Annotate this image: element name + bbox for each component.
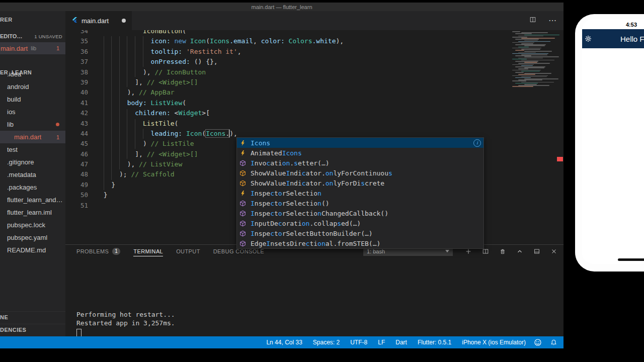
code-line[interactable]: 39 ], // <Widget>[] bbox=[65, 77, 564, 87]
suggestion-text: nspe bbox=[255, 210, 270, 217]
code-token: Widget bbox=[178, 109, 202, 117]
code-line[interactable]: 42 children: <Widget>[ bbox=[65, 108, 564, 118]
suggestion-text: Icons bbox=[251, 139, 270, 147]
settings-gear-icon[interactable] bbox=[585, 35, 592, 42]
maximize-panel-chevron-up-icon[interactable] bbox=[516, 248, 523, 255]
suggestion-label: InputDecoration.collapsed(…) bbox=[251, 220, 361, 227]
suggestion-label: EdgeInsetsDirectional.fromSTEB(…) bbox=[251, 240, 380, 247]
suggestion-item[interactable]: InspectorSelectButtonBuilder(…) bbox=[237, 228, 484, 238]
split-editor-icon[interactable] bbox=[529, 16, 536, 25]
code-token: body: bbox=[127, 99, 147, 107]
more-actions-icon[interactable]: ⋯ bbox=[548, 17, 556, 25]
open-editor-filename: main.dart bbox=[1, 45, 28, 52]
tree-item[interactable]: .packages bbox=[0, 181, 65, 194]
code-line[interactable]: 34 IconButton( bbox=[65, 30, 564, 36]
modified-dot-icon bbox=[56, 123, 59, 126]
info-icon[interactable]: i bbox=[473, 139, 481, 147]
tab-main-dart[interactable]: main.dart bbox=[65, 11, 132, 30]
status-item[interactable]: Dart bbox=[395, 339, 407, 346]
tree-item[interactable]: README.md bbox=[0, 244, 65, 256]
panel-tab-terminal[interactable]: TERMINAL bbox=[133, 248, 163, 256]
suggestion-text: o bbox=[278, 230, 282, 237]
tree-item[interactable]: android bbox=[0, 80, 65, 93]
close-panel-icon[interactable] bbox=[550, 248, 557, 255]
suggestion-item[interactable]: Iconsi bbox=[237, 138, 484, 148]
kill-terminal-trash-icon[interactable] bbox=[499, 248, 506, 255]
minimap-line bbox=[524, 45, 545, 46]
minimap-line bbox=[518, 63, 550, 64]
home-indicator[interactable] bbox=[618, 258, 644, 261]
tree-item[interactable]: .idea bbox=[0, 68, 65, 80]
terminal-output[interactable]: Performing hot restart...Restarted app i… bbox=[76, 310, 175, 337]
status-item[interactable]: LF bbox=[378, 339, 385, 346]
suggestion-item[interactable]: Invocation.setter(…) bbox=[237, 158, 484, 168]
bottom-panel: PROBLEMS1TERMINALOUTPUTDEBUG CONSOLE 1: … bbox=[65, 244, 564, 336]
code-text: tooltip: 'Restitch it', bbox=[96, 47, 242, 57]
code-token: // AppBar bbox=[139, 88, 174, 96]
suggestion-text: Animated bbox=[251, 149, 282, 157]
tree-item[interactable]: pubspec.yaml bbox=[0, 231, 65, 244]
code-token: .white bbox=[312, 37, 336, 45]
restore-panel-icon[interactable] bbox=[533, 248, 540, 255]
suggestion-text: Icons bbox=[282, 149, 302, 157]
minimap[interactable] bbox=[512, 31, 555, 87]
suggestion-item[interactable]: AnimatedIcons bbox=[237, 148, 484, 158]
suggestion-text: c bbox=[270, 230, 274, 237]
suggestion-label: Icons bbox=[251, 139, 270, 147]
outline-section-header[interactable]: NE bbox=[0, 311, 65, 323]
tree-item[interactable]: lib bbox=[0, 118, 65, 131]
suggestion-item[interactable]: ShowValueIndicator.onlyForDiscrete bbox=[237, 178, 484, 188]
status-item[interactable]: iPhone X (ios Emulator) bbox=[462, 339, 526, 346]
status-item[interactable]: Spaces: 2 bbox=[313, 339, 340, 346]
code-line[interactable]: 37 onPressed: () {}, bbox=[65, 57, 564, 67]
suggestion-item[interactable]: ShowValueIndicator.onlyForContinuous bbox=[237, 168, 484, 178]
code-text: ) // ListTile bbox=[96, 139, 194, 149]
open-editors-header[interactable]: EDITO… 1 UNSAVED bbox=[0, 33, 62, 39]
suggestion-item[interactable]: EdgeInsetsDirectional.fromSTEB(…) bbox=[237, 238, 484, 248]
tree-item[interactable]: main.dart1 bbox=[0, 131, 65, 143]
tree-item[interactable]: .metadata bbox=[0, 168, 65, 181]
notifications-bell-icon[interactable] bbox=[550, 339, 557, 346]
code-line[interactable]: 35 icon: new Icon(Icons.email, color: Co… bbox=[65, 36, 564, 46]
suggestion-item[interactable]: InputDecoration.collapsed(…) bbox=[237, 218, 484, 228]
overview-error-marker bbox=[557, 157, 563, 161]
code-line[interactable]: 43 ListTile( bbox=[65, 119, 564, 129]
suggestion-item[interactable]: InspectorSelectionChangedCallback() bbox=[237, 208, 484, 218]
unsaved-dot-icon[interactable] bbox=[122, 19, 126, 23]
code-line[interactable]: 40 ), // AppBar bbox=[65, 87, 564, 98]
minimap-line bbox=[515, 39, 539, 40]
open-editor-item[interactable]: main.dartlib1 bbox=[0, 42, 65, 54]
minimap-line bbox=[524, 56, 559, 57]
tree-item-label: android bbox=[7, 83, 65, 90]
code-line[interactable]: 38 ), // IconButton bbox=[65, 67, 564, 77]
tree-item[interactable]: ios bbox=[0, 106, 65, 118]
panel-tab-problems[interactable]: PROBLEMS1 bbox=[76, 248, 120, 255]
suggestion-label: Invocation.setter(…) bbox=[251, 159, 330, 167]
status-item[interactable]: Flutter: 0.5.1 bbox=[418, 339, 451, 346]
code-token: Icons bbox=[210, 37, 229, 45]
tree-item[interactable]: flutter_learn.iml bbox=[0, 206, 65, 219]
tree-item[interactable]: pubspec.lock bbox=[0, 219, 65, 231]
window-title-bar[interactable]: main.dart — flutter_learn bbox=[0, 3, 564, 11]
suggestion-item[interactable]: InspectorSelection bbox=[237, 188, 484, 198]
dependencies-section-header[interactable]: DENCIES bbox=[0, 324, 65, 335]
status-item[interactable]: UTF-8 bbox=[350, 339, 367, 346]
panel-tab-output[interactable]: OUTPUT bbox=[176, 248, 200, 254]
status-item[interactable]: Ln 44, Col 33 bbox=[266, 339, 302, 346]
panel-tab-debug-console[interactable]: DEBUG CONSOLE bbox=[213, 248, 264, 254]
suggestion-item[interactable]: InspectorSelection() bbox=[237, 198, 484, 208]
tree-item[interactable]: test bbox=[0, 143, 65, 156]
tree-item[interactable]: flutter_learn_and… bbox=[0, 194, 65, 206]
suggestion-text: crete bbox=[365, 179, 384, 187]
code-token: , bbox=[237, 48, 242, 55]
suggestion-text: n bbox=[317, 190, 321, 197]
code-line[interactable]: 36 tooltip: 'Restitch it', bbox=[65, 47, 564, 57]
suggestion-text: . bbox=[290, 159, 294, 167]
minimap-line bbox=[521, 82, 554, 83]
tree-item[interactable]: build bbox=[0, 93, 65, 106]
feedback-smiley-icon[interactable] bbox=[534, 338, 542, 346]
code-line[interactable]: 41 body: ListView( bbox=[65, 98, 564, 108]
code-token: ListTile bbox=[143, 120, 175, 127]
code-text: children: <Widget>[ bbox=[96, 108, 210, 118]
tree-item[interactable]: .gitignore bbox=[0, 156, 65, 168]
